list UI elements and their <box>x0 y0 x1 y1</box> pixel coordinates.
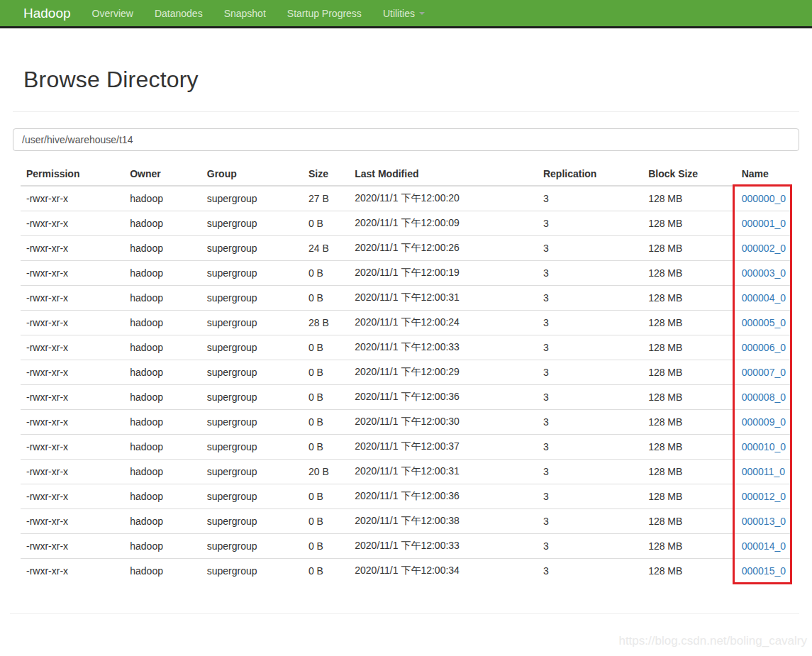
cell-size: 0 B <box>303 484 349 509</box>
nav-item-overview[interactable]: Overview <box>82 0 144 26</box>
col-header-group: Group <box>201 162 303 186</box>
cell-owner: hadoop <box>124 534 201 559</box>
cell-group: supergroup <box>201 360 303 385</box>
file-name-link[interactable]: 000011_0 <box>742 466 785 477</box>
cell-block-size: 128 MB <box>643 261 736 286</box>
cell-size: 24 B <box>303 236 349 261</box>
cell-last-modified: 2020/11/1 下午12:00:31 <box>349 286 538 311</box>
table-row: -rwxr-xr-x hadoop supergroup 0 B 2020/11… <box>21 360 791 385</box>
col-header-owner: Owner <box>124 162 201 186</box>
cell-replication: 3 <box>538 211 643 236</box>
col-header-permission: Permission <box>21 162 124 186</box>
cell-name: 000004_0 <box>736 286 791 311</box>
cell-last-modified: 2020/11/1 下午12:00:24 <box>349 311 538 335</box>
cell-owner: hadoop <box>124 335 201 360</box>
cell-replication: 3 <box>538 360 643 385</box>
file-name-link[interactable]: 000006_0 <box>742 342 786 353</box>
cell-permission: -rwxr-xr-x <box>21 410 124 435</box>
cell-owner: hadoop <box>124 410 201 435</box>
cell-name: 000015_0 <box>736 559 791 584</box>
cell-name: 000001_0 <box>736 211 791 236</box>
file-name-link[interactable]: 000012_0 <box>742 491 786 502</box>
cell-name: 000000_0 <box>736 186 791 211</box>
cell-name: 000014_0 <box>736 534 791 559</box>
cell-owner: hadoop <box>124 286 201 311</box>
cell-group: supergroup <box>201 385 303 410</box>
file-name-link[interactable]: 000014_0 <box>742 540 786 552</box>
cell-owner: hadoop <box>124 236 201 261</box>
file-name-link[interactable]: 000004_0 <box>742 292 786 304</box>
cell-owner: hadoop <box>124 509 201 534</box>
file-name-link[interactable]: 000002_0 <box>742 243 786 254</box>
table-row: -rwxr-xr-x hadoop supergroup 0 B 2020/11… <box>21 484 791 509</box>
cell-block-size: 128 MB <box>643 559 736 584</box>
directory-path-input[interactable] <box>13 128 799 151</box>
cell-group: supergroup <box>201 534 303 559</box>
cell-replication: 3 <box>538 534 643 559</box>
table-body: -rwxr-xr-x hadoop supergroup 27 B 2020/1… <box>21 186 791 583</box>
table-row: -rwxr-xr-x hadoop supergroup 20 B 2020/1… <box>21 460 791 484</box>
table-row: -rwxr-xr-x hadoop supergroup 0 B 2020/11… <box>21 385 791 410</box>
cell-permission: -rwxr-xr-x <box>21 261 124 286</box>
table-row: -rwxr-xr-x hadoop supergroup 0 B 2020/11… <box>21 435 791 460</box>
cell-group: supergroup <box>201 484 303 509</box>
cell-replication: 3 <box>538 186 643 211</box>
nav-item-utilities-label: Utilities <box>383 8 415 19</box>
nav-item-datanodes[interactable]: Datanodes <box>144 0 213 26</box>
cell-last-modified: 2020/11/1 下午12:00:36 <box>349 484 538 509</box>
cell-block-size: 128 MB <box>643 435 736 460</box>
cell-size: 0 B <box>303 435 349 460</box>
file-name-link[interactable]: 000013_0 <box>742 516 786 527</box>
file-name-link[interactable]: 000015_0 <box>742 565 786 577</box>
cell-size: 20 B <box>303 460 349 484</box>
cell-owner: hadoop <box>124 186 201 211</box>
navbar: Hadoop Overview Datanodes Snapshot Start… <box>0 0 812 28</box>
file-name-link[interactable]: 000007_0 <box>742 367 786 378</box>
cell-name: 000002_0 <box>736 236 791 261</box>
file-name-link[interactable]: 000009_0 <box>742 416 786 428</box>
cell-owner: hadoop <box>124 385 201 410</box>
cell-owner: hadoop <box>124 559 201 584</box>
cell-permission: -rwxr-xr-x <box>21 311 124 335</box>
cell-size: 0 B <box>303 211 349 236</box>
navbar-brand[interactable]: Hadoop <box>13 0 82 26</box>
nav-item-startup-progress[interactable]: Startup Progress <box>277 0 372 26</box>
cell-owner: hadoop <box>124 360 201 385</box>
page-title: Browse Directory <box>13 67 799 93</box>
cell-replication: 3 <box>538 460 643 484</box>
table-row: -rwxr-xr-x hadoop supergroup 0 B 2020/11… <box>21 534 791 559</box>
cell-permission: -rwxr-xr-x <box>21 460 124 484</box>
cell-name: 000010_0 <box>736 435 791 460</box>
cell-last-modified: 2020/11/1 下午12:00:31 <box>349 460 538 484</box>
cell-block-size: 128 MB <box>643 534 736 559</box>
nav-item-utilities[interactable]: Utilities <box>372 0 435 26</box>
file-name-link[interactable]: 000008_0 <box>742 391 786 403</box>
cell-block-size: 128 MB <box>643 410 736 435</box>
file-name-link[interactable]: 000000_0 <box>742 193 786 204</box>
cell-replication: 3 <box>538 286 643 311</box>
file-name-link[interactable]: 000010_0 <box>742 441 786 452</box>
table-row: -rwxr-xr-x hadoop supergroup 0 B 2020/11… <box>21 286 791 311</box>
cell-name: 000008_0 <box>736 385 791 410</box>
table-row: -rwxr-xr-x hadoop supergroup 0 B 2020/11… <box>21 410 791 435</box>
cell-size: 0 B <box>303 261 349 286</box>
col-header-name: Name <box>736 162 791 186</box>
cell-replication: 3 <box>538 410 643 435</box>
nav-item-snapshot[interactable]: Snapshot <box>213 0 277 26</box>
cell-last-modified: 2020/11/1 下午12:00:36 <box>349 385 538 410</box>
table-header: Permission Owner Group Size Last Modifie… <box>21 162 791 186</box>
col-header-replication: Replication <box>538 162 643 186</box>
cell-size: 0 B <box>303 534 349 559</box>
table-row: -rwxr-xr-x hadoop supergroup 0 B 2020/11… <box>21 509 791 534</box>
file-name-link[interactable]: 000003_0 <box>742 267 786 279</box>
cell-last-modified: 2020/11/1 下午12:00:30 <box>349 410 538 435</box>
cell-permission: -rwxr-xr-x <box>21 534 124 559</box>
cell-replication: 3 <box>538 335 643 360</box>
cell-block-size: 128 MB <box>643 311 736 335</box>
cell-last-modified: 2020/11/1 下午12:00:33 <box>349 335 538 360</box>
file-name-link[interactable]: 000001_0 <box>742 218 786 229</box>
cell-permission: -rwxr-xr-x <box>21 335 124 360</box>
cell-last-modified: 2020/11/1 下午12:00:37 <box>349 435 538 460</box>
cell-group: supergroup <box>201 559 303 584</box>
file-name-link[interactable]: 000005_0 <box>742 317 786 328</box>
